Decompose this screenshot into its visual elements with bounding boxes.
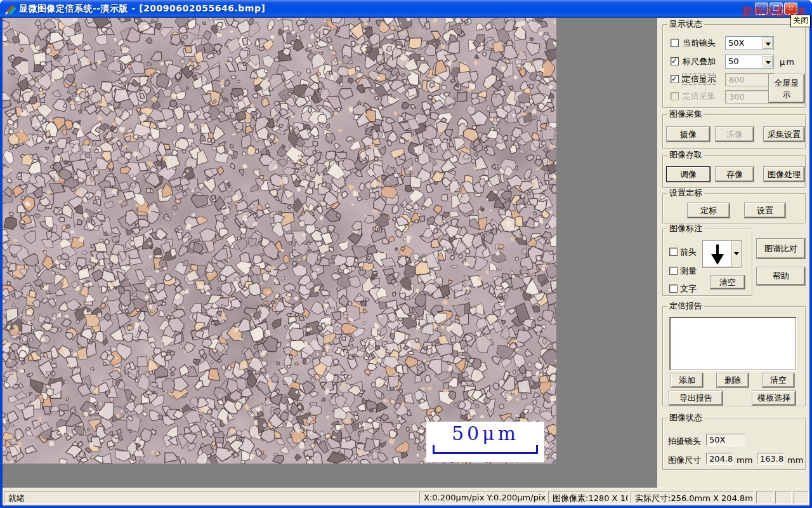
image-process-button[interactable]: 图像处理 bbox=[763, 166, 805, 182]
fullscreen-button[interactable]: 全屏显示 bbox=[768, 74, 805, 104]
annotation-clear-button[interactable]: 清空 bbox=[710, 275, 745, 290]
save-image-button[interactable]: 存像 bbox=[715, 166, 754, 182]
image-height-field: 163.8 bbox=[757, 453, 783, 465]
close-button[interactable]: ✕ bbox=[784, 3, 797, 15]
calibrate-button[interactable]: 定标 bbox=[687, 203, 730, 218]
fixed-capture-field: 300 bbox=[725, 90, 774, 104]
arrow-down-marker-icon bbox=[709, 243, 726, 266]
status-ready: 就绪 bbox=[4, 491, 417, 504]
ruler-overlay-checkbox[interactable] bbox=[671, 57, 679, 65]
report-list[interactable] bbox=[669, 317, 796, 370]
status-pixels: 图像像素:1280 X 1024 bbox=[548, 491, 629, 504]
report-add-button[interactable]: 添加 bbox=[671, 373, 704, 388]
app-window: 显微图像定倍系统--演示版 - [20090602055646.bmp] ▁ ❐… bbox=[0, 0, 812, 508]
current-lens-label: 当前镜头 bbox=[683, 38, 716, 48]
group-title: 图像存取 bbox=[667, 150, 704, 159]
group-image-status: 图像状态 拍摄镜头 50X 图像尺寸 204.8 mm 163.8 mm bbox=[662, 418, 806, 470]
shoot-lens-label: 拍摄镜头 bbox=[668, 436, 701, 447]
statusbar-cell bbox=[756, 491, 773, 504]
chevron-down-icon[interactable] bbox=[731, 241, 741, 267]
group-title: 设置定标 bbox=[667, 189, 704, 197]
fixed-capture-label: 定倍采集 bbox=[683, 91, 716, 101]
arrow-label: 箭头 bbox=[680, 247, 697, 257]
group-title: 显示状态 bbox=[667, 20, 704, 29]
width-unit-label: mm bbox=[737, 455, 752, 465]
group-annotation: 图像标注 箭头 测量 文字 清空 bbox=[662, 229, 752, 296]
load-image-button[interactable]: 调像 bbox=[666, 166, 710, 182]
image-width-field: 204.8 bbox=[706, 453, 733, 465]
report-delete-button[interactable]: 删除 bbox=[716, 373, 749, 388]
status-bar: 就绪 X:0.200μm/pix Y:0.200μm/pix 图像像素:1280… bbox=[3, 488, 809, 505]
status-resolution: X:0.200μm/pix Y:0.200μm/pix bbox=[419, 491, 546, 504]
height-unit-label: mm bbox=[787, 455, 803, 465]
ruler-value-select[interactable]: 50 bbox=[725, 55, 774, 69]
title-bar[interactable]: 显微图像定倍系统--演示版 - [20090602055646.bmp] ▁ ❐… bbox=[0, 0, 812, 18]
fixed-display-field: 800 bbox=[725, 73, 774, 86]
group-title: 图像标注 bbox=[667, 224, 704, 233]
restore-button[interactable]: ❐ bbox=[769, 3, 783, 15]
window-title: 显微图像定倍系统--演示版 - [20090602055646.bmp] bbox=[19, 3, 265, 15]
ruler-overlay-label: 标尺叠加 bbox=[683, 57, 716, 66]
group-title: 图像状态 bbox=[667, 413, 704, 422]
status-actual-size: 实际尺寸:256.0mm X 204.8mm bbox=[631, 491, 754, 504]
control-panel: 显示状态 当前镜头 50X 标尺叠加 50 μm 定倍显示 800 定倍采集 bbox=[657, 18, 809, 488]
atlas-compare-button[interactable]: 图谱比对 bbox=[756, 238, 806, 259]
group-title: 定倍报告 bbox=[667, 302, 704, 311]
group-image-storage: 图像存取 调像 存像 图像处理 bbox=[662, 155, 806, 188]
marker-style-select[interactable] bbox=[702, 240, 742, 268]
fixed-display-checkbox[interactable] bbox=[671, 75, 679, 83]
export-report-button[interactable]: 导出报告 bbox=[669, 391, 723, 406]
freeze-button: 冻像 bbox=[715, 126, 754, 142]
micrograph-image[interactable] bbox=[3, 18, 556, 464]
text-checkbox[interactable] bbox=[669, 284, 678, 293]
current-lens-select[interactable]: 50X bbox=[725, 36, 774, 50]
calibration-settings-button[interactable]: 设置 bbox=[744, 203, 786, 218]
group-calibration: 设置定标 定标 设置 bbox=[662, 193, 806, 224]
chevron-down-icon[interactable] bbox=[763, 37, 773, 49]
report-clear-button[interactable]: 清空 bbox=[762, 373, 795, 388]
group-image-capture: 图像采集 摄像 冻像 采集设置 bbox=[662, 114, 806, 149]
fixed-display-label: 定倍显示 bbox=[683, 74, 716, 84]
client-area: 50μm 显示状态 当前镜头 50X 标尺叠加 50 bbox=[3, 18, 809, 488]
capture-settings-button[interactable]: 采集设置 bbox=[763, 126, 805, 142]
group-title: 图像采集 bbox=[667, 110, 704, 119]
scale-bar-rule bbox=[433, 445, 538, 454]
app-icon bbox=[4, 3, 16, 15]
template-select-button[interactable]: 模板选择 bbox=[752, 391, 796, 406]
chevron-down-icon[interactable] bbox=[763, 56, 773, 67]
measure-checkbox[interactable] bbox=[669, 267, 678, 275]
ruler-unit-label: μm bbox=[780, 57, 796, 67]
camera-button[interactable]: 摄像 bbox=[666, 126, 710, 142]
current-lens-checkbox[interactable] bbox=[671, 39, 679, 47]
statusbar-cell bbox=[775, 491, 792, 504]
image-size-label: 图像尺寸 bbox=[668, 455, 701, 466]
scale-bar-label: 50μm bbox=[426, 422, 544, 444]
group-display-status: 显示状态 当前镜头 50X 标尺叠加 50 μm 定倍显示 800 定倍采集 bbox=[662, 24, 806, 108]
group-report: 定倍报告 添加 删除 清空 导出报告 模板选择 bbox=[662, 306, 806, 406]
close-tooltip: 关闭 bbox=[790, 15, 811, 27]
text-label: 文字 bbox=[680, 284, 697, 293]
statusbar-cell bbox=[794, 491, 809, 504]
image-viewport[interactable]: 50μm bbox=[3, 18, 556, 464]
scale-bar-overlay: 50μm bbox=[426, 422, 544, 462]
help-button[interactable]: 帮助 bbox=[756, 267, 806, 286]
shoot-lens-field: 50X bbox=[706, 434, 745, 446]
fixed-capture-checkbox bbox=[671, 92, 679, 100]
minimize-button[interactable]: ▁ bbox=[755, 3, 768, 15]
arrow-checkbox[interactable] bbox=[669, 248, 678, 256]
measure-label: 测量 bbox=[680, 266, 697, 276]
